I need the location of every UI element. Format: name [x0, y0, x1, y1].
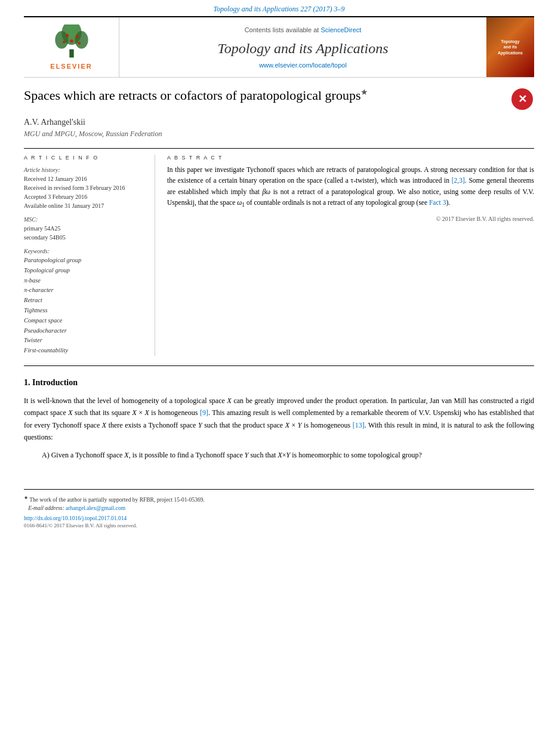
svg-point-9 — [78, 42, 81, 45]
introduction-heading: 1. Introduction — [24, 378, 534, 388]
cover-title-text: Topology and its Applications — [498, 39, 523, 55]
svg-point-6 — [75, 35, 79, 39]
paper-title: Spaces which are retracts or cofactors o… — [24, 87, 505, 105]
elsevier-tree-icon — [48, 24, 95, 60]
divider-below-abstract — [24, 365, 534, 366]
paper-content: Spaces which are retracts or cofactors o… — [24, 78, 534, 477]
elsevier-url[interactable]: www.elsevier.com/locate/topol — [259, 62, 347, 69]
ref-9[interactable]: [9] — [200, 408, 208, 417]
author-name: A.V. Arhangel'skii — [24, 118, 534, 127]
keyword-2: Topological group — [24, 266, 145, 276]
keyword-5: Retract — [24, 296, 145, 306]
abstract-panel: A B S T R A C T In this paper we investi… — [167, 155, 534, 356]
journal-title-area: Contents lists available at ScienceDirec… — [119, 17, 486, 77]
intro-paragraph-2: A) Given a Tychonoff space X, is it poss… — [42, 449, 534, 461]
keyword-10: First-countability — [24, 346, 145, 356]
keywords-list: Paratopological group Topological group … — [24, 256, 145, 356]
keyword-1: Paratopological group — [24, 256, 145, 266]
keyword-4: π-character — [24, 285, 145, 296]
available-online: Available online 31 January 2017 — [24, 201, 145, 210]
sciencedirect-link[interactable]: ScienceDirect — [320, 26, 361, 33]
article-info-title: A R T I C L E I N F O — [24, 155, 145, 161]
crossmark-icon: ✕ — [511, 88, 533, 110]
elsevier-wordmark: ELSEVIER — [50, 63, 92, 70]
keyword-6: Tightness — [24, 306, 145, 316]
accepted: Accepted 3 February 2016 — [24, 192, 145, 201]
article-info-panel: A R T I C L E I N F O Article history: R… — [24, 155, 155, 356]
keyword-8: Pseudocharacter — [24, 326, 145, 336]
msc-primary: primary 54A25 — [24, 224, 145, 233]
svg-point-2 — [55, 31, 68, 49]
star-footnote: ★ — [360, 88, 368, 97]
info-abstract-row: A R T I C L E I N F O Article history: R… — [24, 155, 534, 356]
msc-label: MSC: — [24, 216, 145, 223]
contents-line: Contents lists available at ScienceDirec… — [245, 26, 362, 33]
svg-point-7 — [70, 39, 73, 43]
keyword-9: Twister — [24, 336, 145, 346]
intro-paragraph-1: It is well-known that the level of homog… — [24, 395, 534, 444]
email-footnote: E-mail address: arhangel.alex@gmail.com — [24, 504, 534, 512]
doi-line[interactable]: http://dx.doi.org/10.1016/j.topol.2017.0… — [24, 515, 534, 521]
fact3-link[interactable]: Fact 3 — [429, 199, 446, 206]
svg-rect-0 — [69, 50, 73, 58]
keyword-7: Compact space — [24, 316, 145, 326]
received2: Received in revised form 3 February 2016 — [24, 183, 145, 192]
keyword-3: π-base — [24, 276, 145, 286]
elsevier-logo: ELSEVIER — [24, 17, 119, 77]
crossmark-badge[interactable]: ✕ — [510, 87, 534, 111]
journal-cover-thumbnail: Topology and its Applications — [486, 17, 534, 77]
msc-secondary: secondary 54B05 — [24, 233, 145, 242]
abstract-title: A B S T R A C T — [167, 155, 534, 161]
ref-13[interactable]: [13] — [353, 421, 365, 429]
received1: Received 12 January 2016 — [24, 174, 145, 183]
email-link[interactable]: arhangel.alex@gmail.com — [66, 505, 125, 511]
journal-header: Topology and its Applications 227 (2017)… — [0, 0, 558, 16]
svg-point-8 — [62, 41, 65, 44]
journal-big-title: Topology and its Applications — [217, 41, 388, 57]
star-footnote-text: ★ The work of the author is partially su… — [24, 494, 534, 504]
abstract-copyright: © 2017 Elsevier B.V. All rights reserved… — [167, 216, 534, 222]
ref-2-3[interactable]: [2,3] — [452, 177, 465, 184]
divider-above-info — [24, 148, 534, 149]
issn-copyright: 0166-8641/© 2017 Elsevier B.V. All right… — [24, 523, 534, 528]
affiliation: MGU and MPGU, Moscow, Russian Federation — [24, 130, 534, 139]
abstract-text: In this paper we investigate Tychonoff s… — [167, 164, 534, 210]
footnote-area: ★ The work of the author is partially su… — [24, 489, 534, 533]
keywords-label: Keywords: — [24, 248, 145, 254]
journal-banner: ELSEVIER Contents lists available at Sci… — [24, 17, 534, 78]
svg-point-3 — [75, 31, 88, 49]
svg-point-5 — [65, 34, 69, 38]
history-label: Article history: — [24, 167, 145, 173]
